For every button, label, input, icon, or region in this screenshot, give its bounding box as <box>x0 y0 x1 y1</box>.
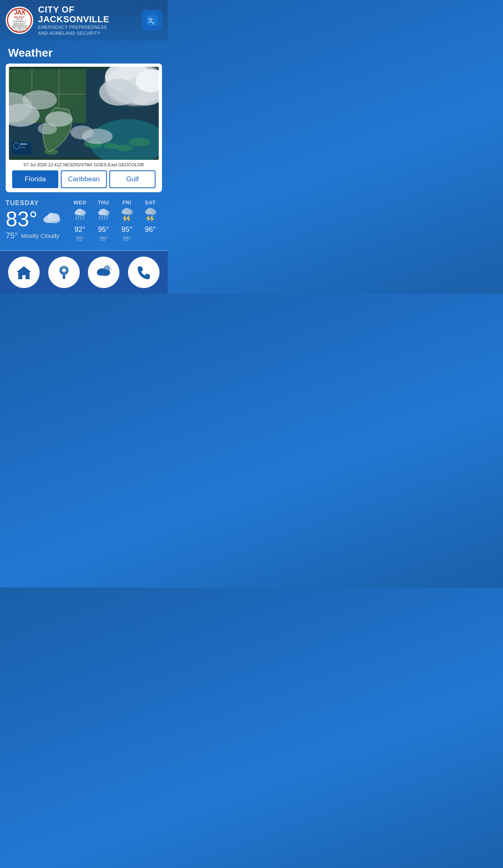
svg-point-10 <box>104 143 117 149</box>
satellite-image: NOAA ★STAR <box>9 67 159 160</box>
satellite-card: NOAA ★STAR 07 Jul 2020 12:41Z NESDIS/STA… <box>6 64 162 192</box>
header-title: CITY OF JACKSONVILLE <box>38 5 137 24</box>
sat-label: SAT <box>145 199 156 206</box>
svg-point-56 <box>145 210 151 214</box>
svg-text:NOAA: NOAA <box>20 143 27 145</box>
svg-line-50 <box>107 216 107 219</box>
today-high-temp: 83° <box>6 208 38 229</box>
fri-high: 95° <box>121 225 132 234</box>
svg-line-49 <box>104 216 105 219</box>
thu-high: 95° <box>98 225 109 234</box>
svg-line-43 <box>83 216 84 219</box>
today-day: TUESDAY <box>6 199 68 207</box>
gulf-button[interactable]: Gulf <box>109 170 156 188</box>
today-weather-icon <box>42 208 63 229</box>
logo: JAX READY CITY OF JACKSONVILLEEMERGENCY … <box>6 6 33 34</box>
svg-line-40 <box>76 216 77 219</box>
svg-text:A: A <box>152 21 155 25</box>
fri-icon <box>119 207 134 224</box>
nav-home-group <box>8 257 40 288</box>
bottom-navigation <box>0 251 168 294</box>
wed-icon <box>72 207 87 224</box>
sat-high: 96° <box>145 225 156 234</box>
svg-line-47 <box>99 216 100 219</box>
svg-line-42 <box>81 216 81 219</box>
svg-point-53 <box>121 210 128 214</box>
nav-alert-group <box>48 257 80 288</box>
map-buttons: Florida Caribbean Gulf <box>9 170 159 192</box>
svg-point-12 <box>129 138 150 146</box>
fri-label: FRI <box>122 199 131 206</box>
svg-point-25 <box>38 123 57 134</box>
logo-subtitle: CITY OF JACKSONVILLEEMERGENCY PREPAREDNE… <box>8 19 31 32</box>
today-condition: Mostly Cloudy <box>21 232 59 239</box>
svg-line-48 <box>102 216 102 219</box>
nav-weather-group <box>88 257 119 288</box>
svg-point-64 <box>97 270 105 276</box>
header-text: CITY OF JACKSONVILLE EMERGENCY PREPAREDN… <box>38 5 137 36</box>
thu-label: THU <box>98 199 109 206</box>
svg-point-59 <box>62 269 66 272</box>
fri-forecast: FRI 95° 76° <box>115 199 139 242</box>
svg-marker-57 <box>17 266 31 279</box>
svg-point-27 <box>70 125 94 139</box>
thu-low: 76° <box>99 236 108 242</box>
svg-line-66 <box>110 266 111 267</box>
svg-rect-60 <box>63 275 65 279</box>
wed-low: 75° <box>76 236 84 242</box>
nav-weather-button[interactable] <box>88 257 119 288</box>
svg-point-23 <box>22 90 57 109</box>
sat-forecast: SAT 96° <box>139 199 162 242</box>
satellite-caption: 07 Jul 2020 12:41Z NESDIS/STAR GOES-East… <box>9 160 159 170</box>
svg-text:★STAR: ★STAR <box>20 147 26 149</box>
nav-alert-button[interactable] <box>48 257 80 288</box>
svg-line-41 <box>78 216 79 219</box>
future-forecast: WED 92° 75° THU <box>68 199 162 242</box>
wed-high: 92° <box>75 225 85 234</box>
translate-button[interactable]: 文 A <box>142 10 162 30</box>
caribbean-button[interactable]: Caribbean <box>61 170 107 188</box>
nav-contact-group <box>128 257 160 288</box>
svg-point-8 <box>44 149 58 155</box>
svg-point-11 <box>116 144 133 151</box>
svg-point-36 <box>51 213 60 221</box>
florida-button[interactable]: Florida <box>12 170 58 188</box>
nav-home-button[interactable] <box>8 257 40 288</box>
nav-contact-button[interactable] <box>128 257 160 288</box>
logo-jax: JAX <box>14 9 25 16</box>
weather-title: Weather <box>0 41 168 64</box>
fri-low: 76° <box>123 236 131 242</box>
app-header: JAX READY CITY OF JACKSONVILLEEMERGENCY … <box>0 0 168 41</box>
thu-icon <box>96 207 111 224</box>
sat-icon <box>143 207 158 224</box>
today-low-temp: 75° <box>6 231 18 240</box>
logo-ready: READY <box>14 16 25 19</box>
header-subtitle: EMERGENCY PREPAREDNESS AND HOMELAND SECU… <box>38 24 137 36</box>
svg-point-20 <box>99 79 138 106</box>
today-forecast: TUESDAY 83° 75° Mostly Cloudy <box>6 199 68 240</box>
thu-forecast: THU 95° 76° <box>92 199 115 242</box>
svg-point-39 <box>75 210 81 215</box>
wed-label: WED <box>73 199 86 206</box>
svg-point-46 <box>98 210 104 215</box>
forecast-section: TUESDAY 83° 75° Mostly Cloudy WED <box>0 192 168 246</box>
wed-forecast: WED 92° 75° <box>68 199 92 242</box>
